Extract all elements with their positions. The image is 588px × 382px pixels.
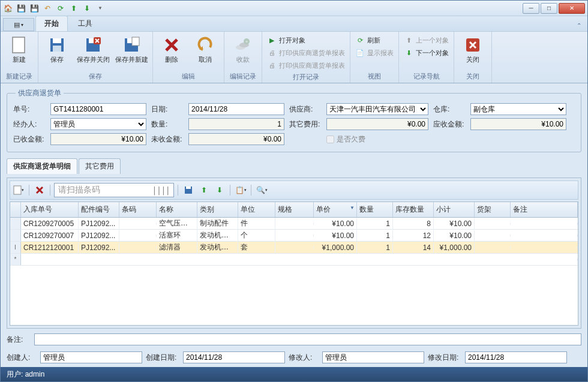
file-menu-button[interactable]: ▤▾ [3,18,34,31]
col-beizhu[interactable]: 备注 [511,202,578,217]
qat-dropdown-icon[interactable]: ▼ [95,4,105,13]
input-xgrq[interactable] [465,351,567,363]
refresh-icon[interactable]: ⟳ [56,4,65,13]
save-icon [47,35,67,55]
select-gys[interactable]: 天津一汽丰田汽车有限公司 [326,103,428,115]
receive-button: + 收款 [227,33,259,65]
close-window-button[interactable]: ✕ [559,3,585,14]
save-close-button[interactable]: 保存并关闭 [74,33,112,65]
new-button[interactable]: 新建 [3,33,35,65]
table-row[interactable]: CR1209270007PJ12092...活塞环发动机配件个¥10.00112… [10,230,578,242]
label-qtfy: 其它费用: [289,119,322,130]
undo-icon [196,35,215,55]
label-jbr: 经办人: [13,119,46,130]
svg-rect-15 [14,186,21,194]
cancel-button[interactable]: 取消 [189,33,221,65]
input-xgr[interactable] [322,351,424,363]
col-xiaoji[interactable]: 小计 [434,202,475,217]
input-cjrq[interactable] [183,351,285,363]
save-close-icon[interactable]: 💾 [29,4,39,13]
col-huojia[interactable]: 货架 [475,202,511,217]
label-beizhu: 备注: [7,335,31,345]
label-cangku: 仓库: [433,104,466,115]
grid-body[interactable]: CR1209270005PJ12092...空气压缩机制动配件件¥10.0018… [10,218,578,325]
checkbox-qianfei[interactable]: 是否欠费 [326,134,365,145]
tab-detail-qita[interactable]: 其它费用 [79,158,121,174]
down-arrow-icon: ⬇ [404,48,413,58]
detail-toolbar: ▾ 请扫描条码 |||| ⬆ ⬇ 📋▾ 🔍▾ [10,181,578,200]
col-mingcheng[interactable]: 名称 [157,202,197,217]
ribbon-collapse-button[interactable]: ⌃ [571,20,587,31]
label-cjr: 创建人: [7,353,37,363]
table-row[interactable]: ICR1212120001PJ12092...滤清器发动机配件套¥1,000.0… [10,242,578,254]
barcode-input[interactable]: 请扫描条码 |||| [54,183,174,197]
col-peijian[interactable]: 配件编号 [79,202,119,217]
open-object-button[interactable]: ▶打开对象 [265,34,347,46]
ribbon-group-nav: ⬆上一个对象 ⬇下一个对象 记录导航 [399,32,454,83]
col-tiaoma[interactable]: 条码 [119,202,157,217]
tab-start[interactable]: 开始 [35,16,68,31]
grid-header-indicator [10,202,21,217]
input-beizhu[interactable] [34,333,581,345]
tab-detail-mingxi[interactable]: 供应商退货单明细 [7,158,77,174]
coins-icon: + [233,35,253,55]
delete-icon [162,35,181,55]
col-shuliang[interactable]: 数量 [357,202,393,217]
svg-rect-3 [53,46,61,52]
input-cjr[interactable] [40,351,142,363]
prev-record-icon[interactable]: ⬆ [69,4,79,13]
undo-icon[interactable]: ↶ [43,4,52,13]
label-xgrq: 修改日期: [428,353,461,363]
col-danjia[interactable]: 单价▼ [314,202,357,217]
col-leibie[interactable]: 类别 [197,202,238,217]
detail-save-button[interactable] [182,184,195,197]
next-record-button[interactable]: ⬇下一个对象 [401,47,451,59]
ribbon-group-label: 视图 [353,71,396,83]
detail-down-button[interactable]: ⬇ [213,184,226,197]
label-ysje: 应收金额: [433,119,466,130]
col-kucun[interactable]: 库存数量 [393,202,434,217]
detail-copy-button[interactable]: 📋▾ [234,184,247,197]
detail-tabstrip: 供应商退货单明细 其它费用 [7,158,581,174]
save-close-icon [83,35,103,55]
table-new-row[interactable]: * [10,254,578,266]
tab-tools[interactable]: 工具 [69,16,101,31]
grid-header: 入库单号 配件编号 条码 名称 类别 单位 规格 单价▼ 数量 库存数量 小计 … [10,202,578,218]
refresh-button[interactable]: ⟳刷新 [353,34,396,46]
detail-search-button[interactable]: 🔍▾ [255,184,268,197]
input-danhao[interactable] [50,103,146,115]
input-ysje [470,118,566,130]
delete-button[interactable]: 删除 [155,33,188,65]
save-icon[interactable]: 💾 [16,4,26,13]
save-new-button[interactable]: 保存并新建 [113,33,150,65]
detail-up-button[interactable]: ⬆ [197,184,211,197]
ribbon-group-label: 关闭 [457,71,489,83]
svg-rect-9 [132,37,139,46]
barcode-icon: |||| [152,185,170,195]
col-danwei[interactable]: 单位 [238,202,275,217]
file-menu-icon: ▤ [14,21,20,29]
minimize-button[interactable]: ─ [523,3,539,14]
select-cangku[interactable]: 副仓库 [470,103,566,115]
table-row[interactable]: CR1209270005PJ12092...空气压缩机制动配件件¥10.0018… [10,218,578,230]
print-return-button: 🖨打印供应商退货单报表 [265,47,347,59]
status-user-label: 用户: [7,369,23,380]
label-shuliang: 数量: [151,119,184,130]
new-doc-icon [10,35,29,55]
svg-rect-17 [186,187,191,189]
select-jbr[interactable]: 管理员 [50,118,146,130]
save-button[interactable]: 保存 [41,33,73,65]
detail-new-button[interactable]: ▾ [12,184,25,197]
svg-rect-0 [13,37,25,53]
col-guige[interactable]: 规格 [275,202,314,217]
form-fieldset: 供应商退货单 单号: 日期: 供应商: 天津一汽丰田汽车有限公司 仓库: 副仓库… [7,88,581,152]
input-riqi[interactable] [188,103,284,115]
window-controls: ─ □ ✕ [523,3,585,14]
col-ruku[interactable]: 入库单号 [21,202,79,217]
label-danhao: 单号: [13,104,46,115]
close-button[interactable]: 关闭 [457,33,489,65]
detail-delete-button[interactable] [33,184,46,197]
next-record-icon[interactable]: ⬇ [82,4,92,13]
home-icon[interactable]: 🏠 [3,4,13,13]
maximize-button[interactable]: □ [541,3,557,14]
